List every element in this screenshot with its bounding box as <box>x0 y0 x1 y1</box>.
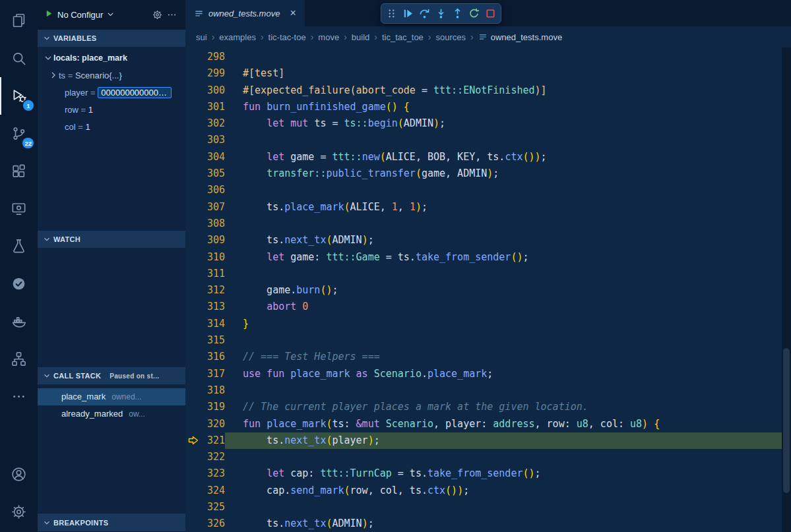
line-number[interactable]: 317 <box>201 366 225 382</box>
code-line[interactable]: 314} <box>185 316 791 332</box>
debug-current-line-arrow[interactable] <box>185 432 201 449</box>
breakpoint-gutter[interactable] <box>185 182 201 198</box>
step-over-icon[interactable] <box>416 5 433 22</box>
code-line[interactable]: 304 let game = ttt::new(ALICE, BOB, KEY,… <box>185 149 791 165</box>
code-text[interactable] <box>225 182 791 198</box>
line-number[interactable]: 323 <box>201 465 225 482</box>
code-text[interactable] <box>225 49 791 65</box>
sidebar-more-actions-icon[interactable] <box>164 8 179 22</box>
line-number[interactable]: 316 <box>201 349 225 365</box>
hierarchy-icon[interactable] <box>0 340 38 378</box>
code-text[interactable]: let cap: ttt::TurnCap = ts.take_from_sen… <box>225 465 791 482</box>
code-line[interactable]: 316// === Test Helpers === <box>185 349 791 365</box>
remote-explorer-icon[interactable] <box>0 190 38 227</box>
debug-gear-icon[interactable] <box>150 8 164 22</box>
code-line[interactable]: 315 <box>185 332 791 349</box>
code-text[interactable] <box>225 449 791 465</box>
debug-config-dropdown[interactable]: No Configur <box>44 9 115 21</box>
chevron-down-icon[interactable] <box>43 53 53 63</box>
line-number[interactable]: 307 <box>201 199 225 216</box>
line-number[interactable]: 298 <box>201 49 225 65</box>
code-line[interactable]: 323 let cap: ttt::TurnCap = ts.take_from… <box>185 465 791 482</box>
tab-owned-tests-move[interactable]: owned_tests.move × <box>185 0 305 26</box>
breakpoint-gutter[interactable] <box>185 132 201 148</box>
breadcrumb-item[interactable]: build <box>352 32 369 42</box>
variable-row[interactable]: row = 1 <box>38 101 185 118</box>
task-check-icon[interactable] <box>0 265 38 303</box>
breakpoint-gutter[interactable] <box>185 99 201 115</box>
code-line[interactable]: 309 ts.next_tx(ADMIN); <box>185 232 791 249</box>
line-number[interactable]: 300 <box>201 82 225 99</box>
more-views-icon[interactable] <box>0 378 38 415</box>
code-text[interactable]: // === Test Helpers === <box>225 349 791 365</box>
line-number[interactable]: 299 <box>201 65 225 82</box>
line-number[interactable]: 322 <box>201 449 225 465</box>
line-number[interactable]: 321 <box>201 432 225 449</box>
breakpoint-gutter[interactable] <box>185 232 201 249</box>
code-text[interactable]: ts.next_tx(ADMIN); <box>225 516 791 532</box>
breakpoint-gutter[interactable] <box>185 366 201 382</box>
breakpoint-gutter[interactable] <box>185 49 201 65</box>
code-text[interactable]: ts.next_tx(player); <box>225 432 791 449</box>
breakpoint-gutter[interactable] <box>185 266 201 282</box>
code-text[interactable] <box>225 332 791 349</box>
breakpoint-gutter[interactable] <box>185 416 201 432</box>
code-line[interactable]: 307 ts.place_mark(ALICE, 1, 1); <box>185 199 791 216</box>
settings-gear-icon[interactable] <box>0 493 38 531</box>
breakpoint-gutter[interactable] <box>185 282 201 299</box>
source-control-icon[interactable]: 22 <box>0 115 38 152</box>
code-line[interactable]: 310 let game: ttt::Game = ts.take_from_s… <box>185 249 791 266</box>
line-number[interactable]: 320 <box>201 416 225 432</box>
breadcrumb-item[interactable]: tic-tac-toe <box>269 32 306 42</box>
account-icon[interactable] <box>0 456 38 493</box>
watch-section-header[interactable]: WATCH <box>38 231 185 248</box>
code-line[interactable]: 322 <box>185 449 791 465</box>
code-text[interactable]: use fun place_mark as Scenario.place_mar… <box>225 366 791 382</box>
code-line[interactable]: 321 ts.next_tx(player); <box>185 432 791 449</box>
line-number[interactable]: 308 <box>201 216 225 232</box>
line-number[interactable]: 324 <box>201 483 225 499</box>
run-debug-icon[interactable]: 1 <box>0 77 38 115</box>
chevron-right-icon[interactable] <box>48 70 59 80</box>
testing-beaker-icon[interactable] <box>0 227 38 265</box>
breakpoint-gutter[interactable] <box>185 115 201 132</box>
code-line[interactable]: 312 game.burn(); <box>185 282 791 299</box>
breakpoint-gutter[interactable] <box>185 316 201 332</box>
code-line[interactable]: 326 ts.next_tx(ADMIN); <box>185 516 791 532</box>
code-line[interactable]: 319// The current player places a mark a… <box>185 399 791 415</box>
breakpoint-gutter[interactable] <box>185 449 201 465</box>
code-text[interactable]: // The current player places a mark at t… <box>225 399 791 415</box>
variables-section-header[interactable]: VARIABLES <box>38 30 185 47</box>
code-text[interactable]: } <box>225 316 791 332</box>
code-line[interactable]: 298 <box>185 49 791 65</box>
line-number[interactable]: 311 <box>201 266 225 282</box>
drag-handle-icon[interactable] <box>383 5 400 22</box>
code-line[interactable]: 301fun burn_unfinished_game() { <box>185 99 791 115</box>
line-number[interactable]: 305 <box>201 165 225 182</box>
variable-row[interactable]: ts = Scenario{...} <box>38 67 185 84</box>
code-text[interactable]: #[expected_failure(abort_code = ttt::ENo… <box>225 82 791 99</box>
stop-icon[interactable] <box>482 5 499 22</box>
breakpoint-gutter[interactable] <box>185 332 201 349</box>
code-text[interactable] <box>225 266 791 282</box>
breakpoint-gutter[interactable] <box>185 499 201 516</box>
breakpoint-gutter[interactable] <box>185 199 201 216</box>
code-line[interactable]: 305 transfer::public_transfer(game, ADMI… <box>185 165 791 182</box>
code-line[interactable]: 325 <box>185 499 791 516</box>
step-into-icon[interactable] <box>433 5 449 22</box>
line-number[interactable]: 326 <box>201 516 225 532</box>
line-number[interactable]: 302 <box>201 115 225 132</box>
breakpoint-gutter[interactable] <box>185 349 201 365</box>
code-line[interactable]: 308 <box>185 216 791 232</box>
breakpoint-gutter[interactable] <box>185 516 201 532</box>
code-text[interactable]: abort 0 <box>225 299 791 315</box>
code-text[interactable]: transfer::public_transfer(game, ADMIN); <box>225 165 791 182</box>
variable-row[interactable]: col = 1 <box>38 118 185 135</box>
code-text[interactable]: #[test] <box>225 65 791 82</box>
line-number[interactable]: 310 <box>201 249 225 266</box>
breakpoint-gutter[interactable] <box>185 382 201 399</box>
breakpoint-gutter[interactable] <box>185 149 201 165</box>
restart-icon[interactable] <box>466 5 482 22</box>
line-number[interactable]: 312 <box>201 282 225 299</box>
breakpoint-gutter[interactable] <box>185 65 201 82</box>
